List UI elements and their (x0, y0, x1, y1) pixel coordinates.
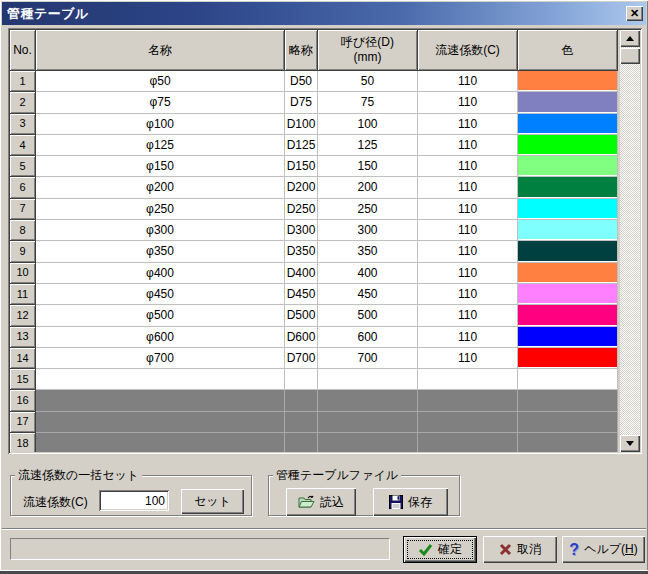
cell-abbr[interactable]: D100 (285, 114, 318, 135)
cell-abbr[interactable]: D250 (285, 199, 318, 220)
cancel-button[interactable]: 取消 (483, 536, 557, 563)
cell-color[interactable] (518, 305, 618, 326)
scrollbar-thumb[interactable] (620, 48, 640, 64)
cell-abbr[interactable]: D400 (285, 263, 318, 284)
load-button[interactable]: 読込 (286, 488, 356, 516)
cell-diameter[interactable]: 200 (318, 177, 418, 198)
cell-name[interactable]: φ125 (36, 135, 285, 156)
cell-diameter[interactable]: 75 (318, 92, 418, 113)
cell-color[interactable] (518, 348, 618, 369)
cell-abbr[interactable]: D50 (285, 71, 318, 92)
row-header[interactable]: 12 (10, 305, 36, 326)
row-header[interactable]: 9 (10, 241, 36, 262)
cell-color[interactable] (518, 241, 618, 262)
cell-color[interactable] (518, 135, 618, 156)
cell-color[interactable] (518, 263, 618, 284)
cell-abbr[interactable]: D75 (285, 92, 318, 113)
cell-name[interactable]: φ75 (36, 92, 285, 113)
row-header[interactable]: 17 (10, 412, 36, 433)
cell-coeff[interactable]: 110 (418, 305, 518, 326)
cell-diameter[interactable]: 700 (318, 348, 418, 369)
cell-diameter[interactable]: 125 (318, 135, 418, 156)
cell-name[interactable]: φ700 (36, 348, 285, 369)
cell-coeff[interactable]: 110 (418, 348, 518, 369)
cell-color[interactable] (518, 156, 618, 177)
cell-color[interactable] (518, 284, 618, 305)
cell-diameter[interactable]: 50 (318, 71, 418, 92)
row-header[interactable]: 1 (10, 71, 36, 92)
cell-color[interactable] (518, 199, 618, 220)
color-swatch[interactable] (518, 284, 617, 303)
cell-coeff[interactable]: 110 (418, 199, 518, 220)
coeff-input[interactable] (99, 490, 169, 511)
cell-name[interactable]: φ100 (36, 114, 285, 135)
cell-diameter[interactable]: 300 (318, 220, 418, 241)
color-swatch[interactable] (518, 327, 617, 346)
row-header[interactable]: 15 (10, 369, 36, 390)
cell-color[interactable] (518, 369, 618, 390)
cell-coeff[interactable]: 110 (418, 177, 518, 198)
cell-abbr[interactable]: D200 (285, 177, 318, 198)
cell-color[interactable] (518, 71, 618, 92)
cell-coeff[interactable] (418, 369, 518, 390)
scroll-down-button[interactable] (620, 435, 640, 452)
cell-abbr[interactable]: D600 (285, 327, 318, 348)
row-header[interactable]: 14 (10, 348, 36, 369)
cell-coeff[interactable]: 110 (418, 241, 518, 262)
cell-color[interactable] (518, 327, 618, 348)
cell-diameter[interactable]: 600 (318, 327, 418, 348)
color-swatch[interactable] (518, 177, 617, 196)
cell-name[interactable]: φ150 (36, 156, 285, 177)
color-swatch[interactable] (518, 71, 617, 90)
scroll-up-button[interactable] (620, 30, 640, 47)
cell-name[interactable] (36, 369, 285, 390)
row-header[interactable]: 4 (10, 135, 36, 156)
cell-abbr[interactable]: D450 (285, 284, 318, 305)
help-button[interactable]: ? ヘルプ(H) (562, 536, 645, 563)
cell-abbr[interactable]: D500 (285, 305, 318, 326)
color-swatch[interactable] (518, 220, 617, 239)
cell-name[interactable]: φ500 (36, 305, 285, 326)
save-button[interactable]: 保存 (373, 488, 448, 516)
row-header[interactable]: 7 (10, 199, 36, 220)
cell-name[interactable]: φ350 (36, 241, 285, 262)
row-header[interactable]: 2 (10, 92, 36, 113)
cell-color[interactable] (518, 92, 618, 113)
cell-diameter[interactable]: 400 (318, 263, 418, 284)
cell-abbr[interactable] (285, 369, 318, 390)
row-header[interactable]: 5 (10, 156, 36, 177)
cell-coeff[interactable]: 110 (418, 263, 518, 284)
row-header[interactable]: 16 (10, 390, 36, 411)
cell-name[interactable]: φ50 (36, 71, 285, 92)
ok-button[interactable]: 確定 (403, 536, 477, 563)
color-swatch[interactable] (518, 199, 617, 218)
cell-coeff[interactable]: 110 (418, 220, 518, 241)
cell-diameter[interactable]: 250 (318, 199, 418, 220)
cell-color[interactable] (518, 220, 618, 241)
cell-coeff[interactable]: 110 (418, 71, 518, 92)
set-button[interactable]: セット (181, 489, 244, 514)
cell-diameter[interactable]: 100 (318, 114, 418, 135)
color-swatch[interactable] (518, 305, 617, 324)
cell-diameter[interactable]: 350 (318, 241, 418, 262)
row-header[interactable]: 8 (10, 220, 36, 241)
cell-diameter[interactable]: 450 (318, 284, 418, 305)
cell-coeff[interactable]: 110 (418, 284, 518, 305)
color-swatch[interactable] (518, 92, 617, 111)
cell-diameter[interactable]: 150 (318, 156, 418, 177)
cell-name[interactable]: φ400 (36, 263, 285, 284)
cell-diameter[interactable]: 500 (318, 305, 418, 326)
color-swatch[interactable] (518, 263, 617, 282)
row-header[interactable]: 3 (10, 114, 36, 135)
cell-name[interactable]: φ300 (36, 220, 285, 241)
cell-coeff[interactable]: 110 (418, 327, 518, 348)
cell-color[interactable] (518, 114, 618, 135)
row-header[interactable]: 11 (10, 284, 36, 305)
cell-coeff[interactable]: 110 (418, 135, 518, 156)
cell-abbr[interactable]: D300 (285, 220, 318, 241)
cell-abbr[interactable]: D700 (285, 348, 318, 369)
cell-abbr[interactable]: D350 (285, 241, 318, 262)
color-swatch[interactable] (518, 135, 617, 154)
color-swatch[interactable] (518, 348, 617, 367)
row-header[interactable]: 18 (10, 433, 36, 452)
